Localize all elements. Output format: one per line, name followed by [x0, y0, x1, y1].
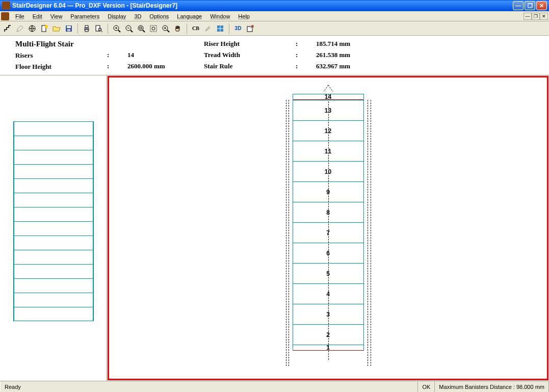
cb-button[interactable]: CB	[190, 23, 201, 34]
tread-width-value: 261.538 mm	[316, 51, 393, 59]
tread-13[interactable]: 13	[293, 100, 364, 120]
tread-12[interactable]: 12	[293, 120, 364, 141]
zoom-window-button[interactable]	[136, 23, 147, 34]
status-bar: Ready OK Maximum Banisters Distance : 98…	[0, 381, 549, 392]
side-tread	[13, 121, 94, 136]
tread-number: 12	[325, 127, 331, 135]
close-button[interactable]: ✕	[536, 1, 547, 10]
menu-parameters[interactable]: Parameters	[66, 12, 103, 20]
zoom-fit-button[interactable]	[148, 23, 159, 34]
window-controls: — ❐ ✕	[513, 1, 547, 10]
tread-1[interactable]: 1	[293, 345, 364, 351]
floppy-icon	[65, 24, 73, 33]
toolbar: CB 3D	[0, 21, 549, 36]
stair-icon	[4, 24, 12, 33]
menu-bar: File Edit View Parameters Display 3D Opt…	[0, 11, 549, 21]
brush-button[interactable]	[202, 23, 214, 34]
menu-view[interactable]: View	[46, 12, 67, 20]
side-tread	[13, 307, 94, 321]
side-tread	[13, 250, 94, 264]
banister-right	[368, 100, 368, 366]
stair-rule-value: 632.967 mm	[316, 62, 393, 70]
status-banisters: Maximum Banisters Distance : 98.000 mm	[435, 381, 549, 392]
menu-file[interactable]: File	[11, 12, 29, 20]
svg-rect-20	[140, 27, 142, 29]
brush-icon	[204, 24, 212, 33]
svg-rect-22	[150, 25, 156, 32]
globe-button[interactable]	[27, 23, 38, 34]
new-stair-button[interactable]	[2, 23, 13, 34]
tread-7[interactable]: 7	[293, 222, 364, 243]
workspace: 14 13 12 11 10 9 8 7 6 5 4 3 2 1	[0, 75, 549, 381]
pan-button[interactable]	[172, 23, 184, 34]
pencil-icon	[16, 24, 24, 33]
menu-display[interactable]: Display	[103, 12, 130, 20]
menu-help[interactable]: Help	[234, 12, 254, 20]
export-button[interactable]	[245, 23, 256, 34]
tread-number: 6	[326, 250, 330, 257]
tread-8[interactable]: 8	[293, 202, 364, 222]
tread-4[interactable]: 4	[293, 283, 364, 304]
tread-6[interactable]: 6	[293, 243, 364, 263]
print-preview-button[interactable]	[93, 23, 104, 34]
mdi-restore-button[interactable]: ❐	[532, 13, 540, 20]
tread-2[interactable]: 2	[293, 324, 364, 345]
zoom-in-icon	[113, 24, 121, 33]
menu-3d[interactable]: 3D	[130, 12, 145, 20]
minimize-button[interactable]: —	[513, 1, 524, 10]
toolbar-separator	[108, 23, 108, 34]
floor-height-value: 2600.000 mm	[127, 62, 204, 70]
3d-button[interactable]: 3D	[232, 23, 244, 34]
menu-window[interactable]: Window	[206, 12, 234, 20]
magnify-page-icon	[95, 24, 103, 33]
svg-rect-4	[67, 26, 71, 28]
maximize-button[interactable]: ❐	[525, 1, 535, 10]
tread-11[interactable]: 11	[293, 141, 364, 161]
side-tread	[13, 236, 94, 250]
new-file-button[interactable]	[39, 23, 50, 34]
zoom-out-button[interactable]	[123, 23, 135, 34]
tread-9[interactable]: 9	[293, 181, 364, 202]
zoom-window-icon	[137, 24, 145, 33]
menu-language[interactable]: Language	[173, 12, 206, 20]
zoom-extent-icon	[162, 24, 170, 33]
globe-icon	[28, 24, 36, 33]
side-tread	[13, 178, 94, 193]
menu-options[interactable]: Options	[145, 12, 173, 20]
app-icon	[2, 2, 10, 10]
print-button[interactable]	[81, 23, 92, 34]
svg-rect-8	[85, 30, 88, 32]
window-title: StairDesigner 6.04 — Pro_DXF Version - […	[12, 2, 513, 9]
colon: :	[296, 40, 316, 48]
side-tread	[13, 207, 94, 221]
colon: :	[107, 51, 127, 59]
tread-14[interactable]: 14	[293, 94, 364, 100]
toolbar-separator	[187, 23, 187, 34]
title-bar: StairDesigner 6.04 — Pro_DXF Version - […	[0, 0, 549, 11]
stair-plan-view[interactable]: 14 13 12 11 10 9 8 7 6 5 4 3 2 1	[293, 94, 364, 351]
zoom-out-icon	[125, 24, 133, 33]
main-canvas[interactable]: 14 13 12 11 10 9 8 7 6 5 4 3 2 1	[108, 76, 548, 380]
printer-icon	[83, 24, 91, 33]
side-stair-preview[interactable]	[13, 121, 94, 381]
grid-icon	[216, 24, 224, 33]
colon: :	[107, 62, 127, 70]
zoom-extent-button[interactable]	[160, 23, 171, 34]
mdi-minimize-button[interactable]: —	[524, 13, 532, 20]
side-tread	[13, 264, 94, 278]
tread-number: 1	[326, 344, 330, 351]
view-mode-button[interactable]	[215, 23, 226, 34]
tread-3[interactable]: 3	[293, 304, 364, 324]
tread-10[interactable]: 10	[293, 161, 364, 181]
side-panel[interactable]	[0, 75, 107, 381]
info-panel: Multi-Flight Stair Risers Floor Height :…	[0, 36, 549, 75]
zoom-in-button[interactable]	[111, 23, 122, 34]
tread-number: 3	[326, 311, 330, 318]
menu-edit[interactable]: Edit	[29, 12, 46, 20]
open-button[interactable]	[51, 23, 62, 34]
draw-button[interactable]	[14, 23, 25, 34]
save-button[interactable]	[63, 23, 74, 34]
tread-5[interactable]: 5	[293, 263, 364, 283]
mdi-close-button[interactable]: ✕	[540, 13, 548, 20]
svg-line-17	[130, 30, 133, 32]
